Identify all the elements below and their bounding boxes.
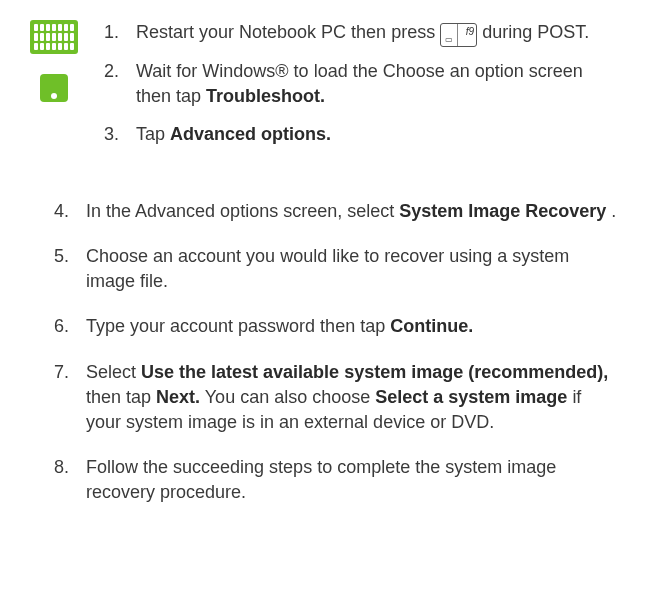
- step-text: Restart your Notebook PC then press: [136, 22, 440, 42]
- step-bold: System Image Recovery: [399, 201, 606, 221]
- step-text: In the Advanced options screen, select: [86, 201, 399, 221]
- step-text: during POST.: [482, 22, 589, 42]
- list-item: In the Advanced options screen, select S…: [74, 199, 617, 224]
- step-text: Tap: [136, 124, 170, 144]
- step-text: Follow the succeeding steps to complete …: [86, 457, 556, 502]
- step-text: Select: [86, 362, 141, 382]
- list-item: Select Use the latest available system i…: [74, 360, 617, 436]
- list-item: Type your account password then tap Cont…: [74, 314, 617, 339]
- device-icons: [30, 20, 78, 102]
- key-label: f9: [458, 24, 476, 46]
- step-text: Wait for Windows® to load the Choose an …: [136, 61, 583, 106]
- f9-key-icon: ▭ f9: [440, 23, 477, 47]
- key-glyph: ▭: [441, 24, 458, 46]
- step-bold: Continue.: [390, 316, 473, 336]
- keyboard-icon: [30, 20, 78, 54]
- step-bold: Advanced options.: [170, 124, 331, 144]
- step-text: Type your account password then tap: [86, 316, 390, 336]
- bottom-steps-list: In the Advanced options screen, select S…: [30, 199, 617, 506]
- list-item: Choose an account you would like to reco…: [74, 244, 617, 294]
- step-bold: Use the latest available system image (r…: [141, 362, 608, 382]
- top-steps-list: Restart your Notebook PC then press ▭ f9…: [96, 20, 617, 159]
- step-text: You can also choose: [205, 387, 375, 407]
- touch-device-icon: [40, 74, 68, 102]
- step-text: Choose an account you would like to reco…: [86, 246, 569, 291]
- step-text: .: [611, 201, 616, 221]
- step-bold: Troubleshoot.: [206, 86, 325, 106]
- list-item: Wait for Windows® to load the Choose an …: [124, 59, 617, 109]
- list-item: Tap Advanced options.: [124, 122, 617, 147]
- list-item: Follow the succeeding steps to complete …: [74, 455, 617, 505]
- step-bold: Next.: [156, 387, 200, 407]
- step-bold: Select a system image: [375, 387, 567, 407]
- step-text: then tap: [86, 387, 156, 407]
- list-item: Restart your Notebook PC then press ▭ f9…: [124, 20, 617, 47]
